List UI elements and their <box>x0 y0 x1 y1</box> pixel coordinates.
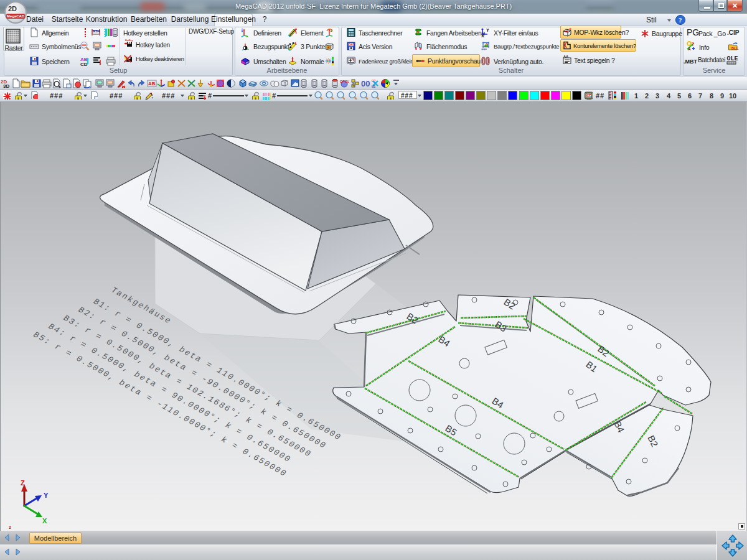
svg-text:.CIP: .CIP <box>727 29 740 36</box>
svg-text:X: X <box>481 34 484 38</box>
svg-text:3D: 3D <box>3 83 9 88</box>
svg-text:?: ? <box>679 16 682 24</box>
svg-text:Y: Y <box>44 492 49 499</box>
svg-text:DLL: DLL <box>731 47 739 50</box>
svg-text:Y: Y <box>486 28 489 32</box>
svg-text:A: A <box>566 55 568 58</box>
svg-text:00: 00 <box>361 79 370 88</box>
svg-text:PG: PG <box>687 27 699 37</box>
svg-text:C?: C? <box>372 79 376 83</box>
svg-text:Z: Z <box>21 479 25 487</box>
svg-text:CD: CD <box>80 62 88 66</box>
svg-text:MSH: MSH <box>93 29 100 33</box>
svg-text:OPGL: OPGL <box>340 80 349 83</box>
svg-text:A: A <box>563 55 566 58</box>
svg-text:OLE: OLE <box>727 55 738 62</box>
svg-text:.MBT: .MBT <box>684 58 697 65</box>
svg-text:SAT: SAT <box>349 43 354 46</box>
svg-text:A: A <box>688 47 691 51</box>
svg-text:AB: AB <box>148 81 156 86</box>
svg-text:HotKey: HotKey <box>125 39 133 42</box>
svg-text:bS: bS <box>372 85 376 88</box>
svg-text:?: ? <box>692 41 695 47</box>
svg-text:X: X <box>42 517 47 525</box>
